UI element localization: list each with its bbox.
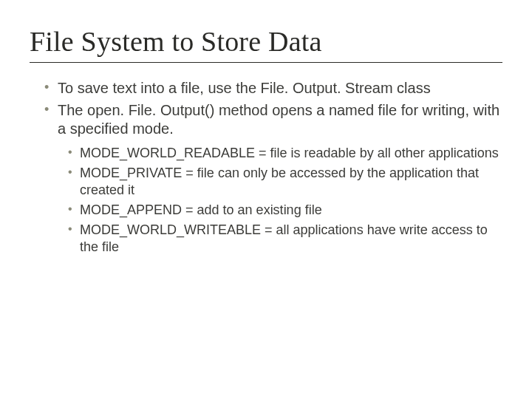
- list-item: The open. File. Output() method opens a …: [44, 101, 502, 139]
- bullet-list-level2: MODE_WORLD_READABLE = file is readable b…: [68, 145, 502, 256]
- list-item: MODE_WORLD_WRITEABLE = all applications …: [68, 222, 502, 256]
- slide: File System to Store Data To save text i…: [0, 0, 532, 399]
- list-item: To save text into a file, use the File. …: [44, 79, 502, 98]
- bullet-list-level1: To save text into a file, use the File. …: [44, 79, 502, 139]
- list-item: MODE_APPEND = add to an existing file: [68, 202, 502, 219]
- title-rule: [30, 62, 502, 63]
- slide-title: File System to Store Data: [30, 25, 502, 58]
- list-item: MODE_PRIVATE = file can only be accessed…: [68, 165, 502, 199]
- list-item: MODE_WORLD_READABLE = file is readable b…: [68, 145, 502, 162]
